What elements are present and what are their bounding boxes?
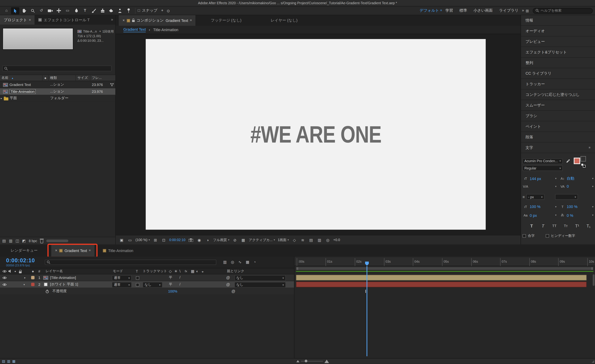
panel-item-character[interactable]: 文字 ≡ — [521, 143, 595, 153]
monitor-icon[interactable]: ▭ — [127, 237, 133, 242]
hand-tool[interactable] — [20, 7, 28, 14]
parent-select[interactable]: なし▾ — [234, 275, 286, 281]
project-table-header[interactable]: 名前▲ ◆ 種類 サイズ フレ... — [0, 75, 115, 81]
workspace-menu-icon[interactable]: ≡ — [440, 9, 442, 12]
opacity-property-row[interactable]: 不透明度 100% @ — [0, 288, 294, 295]
horizontal-scale-value[interactable]: 100 % — [567, 205, 577, 209]
workspace-overflow-icon[interactable]: » — [522, 9, 524, 12]
quality-switch[interactable]: 平 — [169, 276, 172, 279]
snap-checkbox[interactable]: □ — [138, 9, 140, 12]
fill-color-swatch[interactable] — [574, 158, 580, 164]
panel-item-paragraph[interactable]: 段落 — [521, 132, 595, 143]
property-name[interactable]: 不透明度 — [52, 289, 67, 294]
composition-mini-flowchart-icon[interactable]: ▥ — [223, 260, 227, 264]
snapshot-camera-icon[interactable] — [188, 237, 194, 242]
subscript-button[interactable]: T₁ — [584, 223, 593, 229]
panel-item-align[interactable]: 整列 — [521, 58, 595, 68]
lock-icon[interactable] — [132, 20, 135, 22]
draft-3d-icon[interactable]: ◎ — [231, 260, 234, 264]
panel-item-paint[interactable]: ペイント — [521, 121, 595, 132]
expression-pickwhip-icon[interactable]: @ — [231, 289, 235, 293]
workspace-grid-icon[interactable]: ⊞ — [524, 8, 530, 13]
expander-icon[interactable]: ▸ — [1, 97, 2, 100]
tracking-value[interactable]: 0 — [567, 184, 569, 188]
puppet-pin-tool[interactable] — [125, 7, 133, 14]
tab-layer[interactable]: レイヤー (なし) — [267, 15, 301, 26]
eye-icon[interactable] — [2, 283, 7, 286]
eye-icon[interactable] — [2, 276, 7, 279]
trash-icon[interactable] — [40, 240, 43, 243]
kerning-control[interactable]: V/A ▾ — [523, 184, 557, 188]
layer-bar-title-animation[interactable] — [296, 275, 587, 281]
parent-pickwhip-icon[interactable]: @ — [226, 276, 230, 280]
layer-row-title-animation[interactable]: ▸ 1 [Title-Animation] 通常▾ 平 / @ なし▾ — [0, 274, 294, 281]
motion-blur-icon[interactable]: ◔ — [253, 260, 256, 264]
expand-layers-icon[interactable]: ▤ — [2, 359, 5, 363]
show-snapshot-icon[interactable]: ◉ — [196, 237, 202, 242]
timeline-search-input[interactable] — [45, 260, 216, 265]
panel-overflow-icon[interactable]: » — [111, 18, 113, 22]
layer-row-white-solid[interactable]: ▾ 2 [ホワイト 平面 1] 通常▾ なし▾ 平 / @ なし▾ — [0, 281, 294, 288]
expand-inout-icon[interactable]: ▦ — [12, 359, 15, 363]
region-of-interest-icon[interactable]: ⊡ — [161, 237, 167, 242]
exposure-value[interactable]: +0.0 — [333, 238, 340, 242]
all-caps-button[interactable]: TT — [550, 223, 559, 229]
pen-tool[interactable] — [72, 7, 80, 14]
workspace-learn[interactable]: 学習 — [442, 8, 456, 13]
orbit-camera-tool[interactable]: ↺ — [37, 7, 45, 14]
blend-mode-select[interactable]: 通常▾ — [112, 275, 132, 281]
spacing-select[interactable]: - px▾ — [526, 194, 545, 200]
faux-italic-button[interactable]: T — [538, 223, 547, 229]
show-channel-icon[interactable]: ◑ — [205, 237, 210, 242]
workspace-small-screen[interactable]: 小さい画面 — [470, 8, 496, 13]
close-tab-icon[interactable]: × — [55, 249, 57, 252]
pixel-aspect-icon[interactable]: ◇ — [291, 237, 297, 242]
clone-stamp-tool[interactable] — [98, 7, 106, 14]
leading-control[interactable]: A↕ 自動 ▾ — [560, 176, 594, 181]
panel-item-effects-presets[interactable]: エフェクト&プリセット — [521, 47, 595, 58]
selection-tool[interactable] — [11, 7, 19, 14]
quality-slash-switch[interactable]: / — [180, 276, 180, 279]
footer-icon-2[interactable]: ▥ — [9, 239, 12, 243]
tab-footage[interactable]: フッテージ (なし) — [207, 15, 245, 26]
panel-item-preview[interactable]: プレビュー — [521, 36, 595, 47]
panel-item-cc-libraries[interactable]: CC ライブラリ — [521, 68, 595, 79]
tab-render-queue[interactable]: レンダーキュー — [7, 244, 42, 257]
preserve-transparency-checkbox[interactable] — [136, 283, 139, 287]
blend-mode-select[interactable]: 通常▾ — [112, 282, 132, 288]
parent-pickwhip-icon[interactable]: @ — [226, 282, 230, 286]
shape-tool[interactable]: ▭ — [64, 7, 72, 14]
pan-behind-tool[interactable] — [55, 7, 63, 14]
roto-brush-tool[interactable] — [116, 7, 124, 14]
quality-switch[interactable]: 平 — [169, 283, 172, 286]
workspace-libraries[interactable]: ライブラリ — [496, 8, 522, 13]
timeline-current-time[interactable]: 0:00:02:10 — [6, 257, 42, 263]
transparency-grid-icon[interactable]: ▦ — [240, 237, 246, 242]
expander-icon[interactable]: ▸ — [24, 276, 26, 279]
mini-flowchart-icon[interactable]: ▣ — [119, 237, 125, 242]
spacing-select-2[interactable]: ▾ — [555, 194, 578, 200]
workspace-default[interactable]: デフォルト — [417, 8, 440, 13]
stopwatch-icon[interactable] — [45, 289, 49, 293]
zoom-out-mountain-icon[interactable] — [297, 360, 299, 362]
font-family-select[interactable]: Acumin Pro Conden...▾ — [523, 158, 563, 164]
bit-depth-button[interactable]: 8 bpc — [29, 239, 37, 243]
active-camera-dropdown[interactable]: アクティブカ...▾ — [249, 237, 275, 242]
breadcrumb-current[interactable]: Gradient Text — [123, 27, 146, 32]
timeline-zoom-control[interactable] — [297, 359, 329, 363]
panel-menu-icon[interactable]: ≡ — [89, 249, 91, 252]
current-time-indicator-line[interactable] — [367, 266, 367, 356]
layer-bar-white-solid[interactable] — [296, 282, 587, 287]
tab-composition[interactable]: × コンポジション Gradient Text ≡ — [119, 15, 196, 26]
footer-icon-3[interactable]: ◫ — [16, 239, 19, 243]
type-tool[interactable]: T — [81, 7, 89, 14]
magnification-dropdown[interactable]: (100 %)▾ — [135, 238, 150, 242]
tab-project[interactable]: プロジェクト ≡ — [0, 15, 35, 25]
parent-link-column[interactable]: 親とリンク — [227, 269, 244, 274]
expander-icon[interactable]: ▾ — [24, 283, 25, 286]
horizontal-scrollbar[interactable] — [46, 240, 68, 242]
tab-timeline-gradient-text[interactable]: × Gradient Text ≡ — [51, 244, 95, 257]
baseline-shift-control[interactable]: Aa 0 px ▾ — [523, 213, 557, 217]
panel-item-brushes[interactable]: ブラシ — [521, 111, 595, 121]
viewer-current-time[interactable]: 0:00:02:10 — [169, 238, 185, 242]
